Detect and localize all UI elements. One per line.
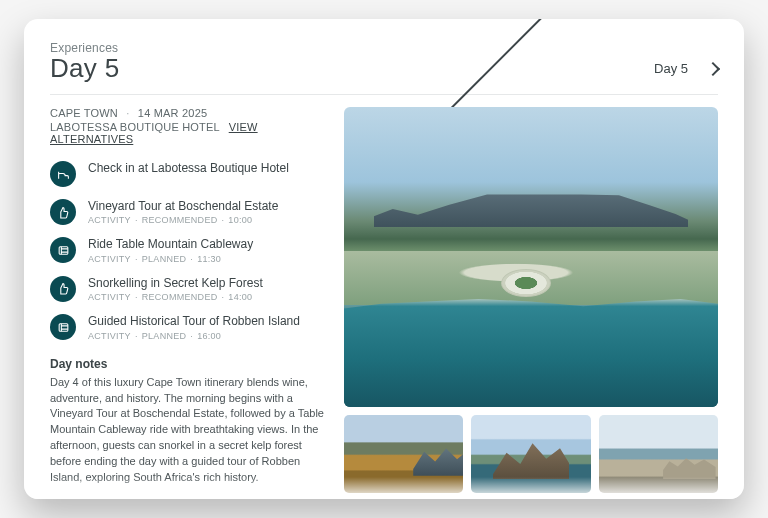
next-day-button[interactable]	[706, 61, 720, 75]
bed-icon	[50, 161, 76, 187]
body: CAPE TOWN · 14 MAR 2025 LABOTESSA BOUTIQ…	[50, 107, 718, 493]
itinerary-card: Experiences Day 5 Day 5 CAPE TOWN · 14 M…	[24, 19, 744, 499]
thumb-icon	[50, 276, 76, 302]
thumbnail[interactable]	[599, 415, 718, 493]
left-column: CAPE TOWN · 14 MAR 2025 LABOTESSA BOUTIQ…	[50, 107, 326, 493]
svg-rect-1	[59, 323, 68, 331]
activity-item[interactable]: Check in at Labotessa Boutique Hotel	[50, 161, 326, 187]
location: CAPE TOWN	[50, 107, 118, 119]
hero-image[interactable]	[344, 107, 718, 407]
activity-subtitle: ACTIVITY·RECOMMENDED·14:00	[88, 292, 326, 302]
header-row: Day 5 Day 5	[50, 53, 718, 95]
activity-item[interactable]: Snorkelling in Secret Kelp ForestACTIVIT…	[50, 276, 326, 302]
thumbnail[interactable]	[471, 415, 590, 493]
hotel-line: LABOTESSA BOUTIQUE HOTEL VIEW ALTERNATIV…	[50, 121, 326, 145]
ticket-icon	[50, 237, 76, 263]
gallery	[344, 107, 718, 493]
page-title: Day 5	[50, 53, 119, 84]
day-nav: Day 5	[358, 61, 718, 76]
activity-subtitle: ACTIVITY·PLANNED·11:30	[88, 254, 326, 264]
activity-title: Snorkelling in Secret Kelp Forest	[88, 276, 326, 290]
day-notes-body: Day 4 of this luxury Cape Town itinerary…	[50, 375, 326, 487]
activity-title: Guided Historical Tour of Robben Island	[88, 314, 326, 328]
svg-rect-0	[59, 247, 68, 255]
activity-item[interactable]: Vineyard Tour at Boschendal EstateACTIVI…	[50, 199, 326, 225]
thumbnail-row	[344, 415, 718, 493]
date: 14 MAR 2025	[138, 107, 207, 119]
activity-list: Check in at Labotessa Boutique HotelVine…	[50, 161, 326, 341]
thumbnail[interactable]	[344, 415, 463, 493]
current-day-label: Day 5	[654, 61, 688, 76]
activity-subtitle: ACTIVITY·PLANNED·16:00	[88, 331, 326, 341]
hotel-name: LABOTESSA BOUTIQUE HOTEL	[50, 121, 219, 133]
ticket-icon	[50, 314, 76, 340]
activity-subtitle: ACTIVITY·RECOMMENDED·10:00	[88, 215, 326, 225]
activity-title: Check in at Labotessa Boutique Hotel	[88, 161, 326, 175]
activity-title: Vineyard Tour at Boschendal Estate	[88, 199, 326, 213]
meta-line: CAPE TOWN · 14 MAR 2025	[50, 107, 326, 119]
activity-item[interactable]: Guided Historical Tour of Robben IslandA…	[50, 314, 326, 340]
day-notes-heading: Day notes	[50, 357, 326, 371]
activity-title: Ride Table Mountain Cableway	[88, 237, 326, 251]
thumb-icon	[50, 199, 76, 225]
activity-item[interactable]: Ride Table Mountain CablewayACTIVITY·PLA…	[50, 237, 326, 263]
